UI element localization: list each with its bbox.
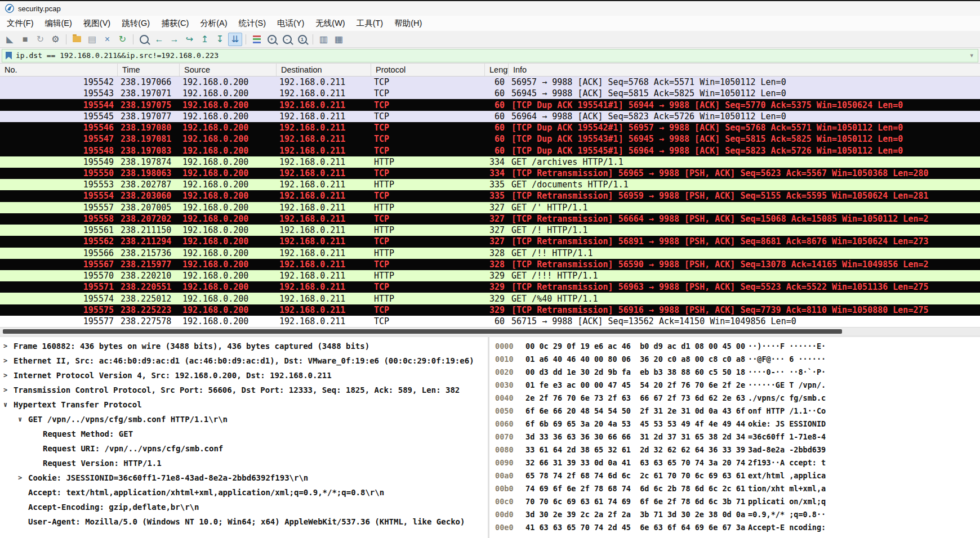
hex-row[interactable]: 00402e 2f 76 70 6e 73 2f 63 66 67 2f 73 … (495, 391, 980, 404)
hex-row[interactable]: 00b074 69 6f 6e 2f 78 68 74 6d 6c 2b 78 … (495, 482, 980, 495)
detail-line[interactable]: >Cookie: JSESSIONID=36c60ff1-71e8-43ad-8… (0, 470, 488, 485)
go-bottom-icon[interactable]: ↧ (213, 33, 227, 46)
hex-row[interactable]: 00506f 6e 66 20 48 54 54 50 2f 31 2e 31 … (495, 404, 980, 417)
column-header-time[interactable]: Time (117, 64, 179, 76)
packet-row[interactable]: 195574238.225012192.168.0.200192.168.0.2… (0, 293, 980, 304)
hex-row[interactable]: 00c070 70 6c 69 63 61 74 69 6f 6e 2f 78 … (495, 495, 980, 508)
menu-statistics[interactable]: 统计(S) (233, 16, 271, 31)
packet-row[interactable]: 195546238.197080192.168.0.200192.168.0.2… (0, 122, 980, 133)
column-header-no[interactable]: No. (0, 64, 117, 76)
go-to-packet-icon[interactable]: ↪ (182, 33, 197, 46)
menu-tools[interactable]: 工具(T) (351, 16, 389, 31)
filter-input[interactable] (16, 51, 966, 60)
expander-icon[interactable]: > (18, 474, 28, 482)
packet-row[interactable]: 195544238.197075192.168.0.200192.168.0.2… (0, 99, 980, 110)
detail-line[interactable]: Request Method: GET (0, 427, 488, 441)
adjust-columns-icon[interactable]: ▦ (332, 33, 346, 46)
capture-options-icon[interactable]: ⚙ (48, 33, 63, 46)
hex-row[interactable]: 00a065 78 74 2f 68 74 6d 6c 2c 61 70 70 … (495, 469, 980, 482)
packet-row[interactable]: 195571238.220551192.168.0.200192.168.0.2… (0, 281, 980, 293)
detail-line[interactable]: User-Agent: Mozilla/5.0 (Windows NT 10.0… (0, 514, 488, 529)
menu-wireless[interactable]: 无线(W) (310, 16, 350, 31)
detail-line[interactable]: ∨GET /vpn/../vpns/cfg/smb.conf HTTP/1.1\… (0, 412, 488, 427)
restart-capture-icon[interactable]: ↻ (33, 33, 47, 46)
packet-row[interactable]: 195548238.197083192.168.0.200192.168.0.2… (0, 145, 980, 156)
column-header-info[interactable]: Info (508, 64, 980, 76)
hex-row[interactable]: 00606f 6b 69 65 3a 20 4a 53 45 53 53 49 … (495, 417, 980, 430)
open-file-icon[interactable] (70, 33, 84, 46)
packet-row[interactable]: 195554238.203060192.168.0.200192.168.0.2… (0, 190, 980, 201)
expander-icon[interactable]: > (3, 371, 14, 379)
zoom-out-icon[interactable]: - (280, 33, 294, 46)
hex-row[interactable]: 00703d 33 36 63 36 30 66 66 31 2d 37 31 … (495, 430, 980, 443)
expander-icon[interactable]: > (3, 357, 14, 365)
menu-capture[interactable]: 捕获(C) (155, 16, 194, 31)
packet-row[interactable]: 195547238.197081192.168.0.200192.168.0.2… (0, 133, 980, 145)
filter-bookmark-icon[interactable] (6, 52, 12, 60)
menu-view[interactable]: 视图(V) (78, 16, 116, 31)
hex-row[interactable]: 00d03d 30 2e 39 2c 2a 2f 2a 3b 71 3d 30 … (495, 508, 980, 521)
hex-row[interactable]: 002000 d3 dd 1e 30 2d 9b fa eb b3 38 88 … (495, 365, 980, 378)
packet-row[interactable]: 195542238.197066192.168.0.200192.168.0.2… (0, 77, 980, 88)
packet-row[interactable]: 195557238.207005192.168.0.200192.168.0.2… (0, 202, 980, 213)
menu-analyze[interactable]: 分析(A) (194, 16, 233, 31)
packet-row[interactable]: 195567238.215977192.168.0.200192.168.0.2… (0, 259, 980, 270)
expander-icon[interactable]: ∨ (18, 415, 28, 423)
go-top-icon[interactable]: ↥ (198, 33, 212, 46)
expander-icon[interactable]: > (3, 386, 14, 394)
auto-scroll-icon[interactable]: ⇊ (228, 33, 242, 46)
column-header-lengt[interactable]: Lengt (484, 64, 508, 76)
column-header-protocol[interactable]: Protocol (371, 64, 484, 76)
stop-capture-icon[interactable]: ■ (18, 33, 32, 46)
detail-line[interactable]: >Transmission Control Protocol, Src Port… (0, 383, 488, 397)
go-back-icon[interactable]: ← (152, 33, 166, 46)
go-forward-icon[interactable]: → (167, 33, 181, 46)
packet-row[interactable]: 195561238.211150192.168.0.200192.168.0.2… (0, 225, 980, 236)
detail-line[interactable]: >Ethernet II, Src: ac:46:b0:d9:ac:d1 (ac… (0, 353, 488, 368)
packet-row[interactable]: 195550238.198063192.168.0.200192.168.0.2… (0, 168, 980, 179)
horizontal-scrollbar-thumb[interactable] (3, 329, 842, 334)
save-file-icon[interactable]: ▤ (85, 33, 99, 46)
detail-line[interactable]: Request Version: HTTP/1.1 (0, 456, 488, 470)
close-file-icon[interactable]: × (100, 33, 114, 46)
detail-line[interactable]: Accept-Encoding: gzip,deflate,br\r\n (0, 500, 488, 514)
menu-edit[interactable]: 编辑(E) (39, 16, 78, 31)
hex-row[interactable]: 008033 61 64 2d 38 65 32 61 2d 32 62 62 … (495, 443, 980, 456)
detail-line[interactable]: >Frame 160882: 436 bytes on wire (3488 b… (0, 339, 488, 353)
display-filter-field[interactable]: ▾ (2, 49, 978, 62)
column-header-destination[interactable]: Destination (276, 64, 371, 76)
hex-row[interactable]: 001001 a6 40 46 40 00 80 06 36 20 c0 a8 … (495, 352, 980, 365)
packet-row[interactable]: 195558238.207202192.168.0.200192.168.0.2… (0, 213, 980, 225)
packet-row[interactable]: 195575238.225223192.168.0.200192.168.0.2… (0, 304, 980, 316)
detail-line[interactable]: Request URI: /vpn/../vpns/cfg/smb.conf (0, 441, 488, 456)
zoom-100-icon[interactable]: 1 (295, 33, 309, 46)
hex-row[interactable]: 009032 66 31 39 33 0d 0a 41 63 63 65 70 … (495, 456, 980, 469)
expander-icon[interactable]: ∨ (3, 401, 14, 409)
resize-columns-icon[interactable]: ▥ (317, 33, 331, 46)
find-packet-icon[interactable] (137, 33, 151, 46)
expander-icon[interactable]: > (3, 342, 14, 350)
horizontal-scrollbar[interactable] (0, 327, 980, 335)
filter-dropdown-icon[interactable]: ▾ (970, 52, 974, 59)
packet-row[interactable]: 195566238.215736192.168.0.200192.168.0.2… (0, 248, 980, 259)
packet-row[interactable]: 195545238.197077192.168.0.200192.168.0.2… (0, 111, 980, 122)
packet-row[interactable]: 195562238.211294192.168.0.200192.168.0.2… (0, 236, 980, 247)
hex-row[interactable]: 00e041 63 63 65 70 74 2d 45 6e 63 6f 64 … (495, 521, 980, 533)
reload-file-icon[interactable]: ↻ (115, 33, 130, 46)
menu-go[interactable]: 跳转(G) (116, 16, 155, 31)
menu-help[interactable]: 帮助(H) (389, 16, 427, 31)
detail-line[interactable]: >Internet Protocol Version 4, Src: 192.1… (0, 368, 488, 383)
hex-row[interactable]: 000000 0c 29 0f 19 e6 ac 46 b0 d9 ac d1 … (495, 339, 980, 352)
detail-line[interactable]: Accept: text/html,application/xhtml+xml,… (0, 485, 488, 500)
packet-row[interactable]: 195553238.202787192.168.0.200192.168.0.2… (0, 179, 980, 190)
hex-row[interactable]: 003001 fe e3 ac 00 00 47 45 54 20 2f 76 … (495, 378, 980, 391)
menu-telephony[interactable]: 电话(Y) (271, 16, 310, 31)
menu-file[interactable]: 文件(F) (1, 16, 39, 31)
packet-row[interactable]: 195543238.197071192.168.0.200192.168.0.2… (0, 88, 980, 99)
packet-row[interactable]: 195577238.227578192.168.0.200192.168.0.2… (0, 316, 980, 327)
detail-line[interactable]: ∨Hypertext Transfer Protocol (0, 397, 488, 412)
colorize-icon[interactable] (250, 33, 264, 46)
column-header-source[interactable]: Source (179, 64, 276, 76)
packet-row[interactable]: 195549238.197874192.168.0.200192.168.0.2… (0, 156, 980, 168)
zoom-in-icon[interactable]: + (265, 33, 279, 46)
